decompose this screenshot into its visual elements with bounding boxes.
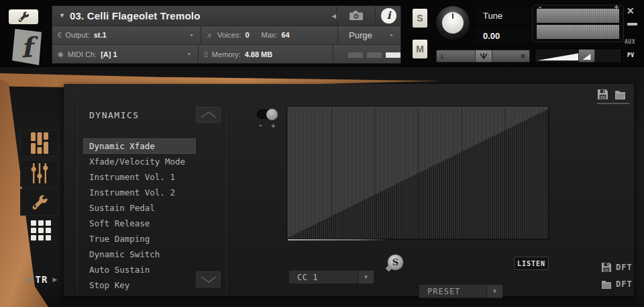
parameter-on-toggle[interactable] <box>257 109 277 119</box>
menu-item[interactable]: Stop Key <box>83 277 196 293</box>
pan-center-icon <box>479 52 488 60</box>
pan-right-label: R <box>521 53 526 60</box>
volume-plus[interactable]: + <box>614 2 619 12</box>
pan-handle[interactable] <box>475 50 492 62</box>
display-baseline-highlight <box>288 239 388 240</box>
cc-source-dropdown[interactable]: CC 1 ▼ <box>288 270 374 284</box>
aux-button[interactable]: AUX <box>625 39 635 45</box>
menu-item[interactable]: Soft Release <box>83 216 196 231</box>
dft-save-row[interactable]: DFT <box>601 262 633 273</box>
mute-button[interactable]: M <box>412 39 428 59</box>
max-value[interactable]: 64 <box>281 31 289 39</box>
info-button[interactable]: i <box>375 6 401 26</box>
midi-value: [A] 1 <box>101 50 117 58</box>
voices-value: 0 <box>245 31 249 39</box>
title-bar[interactable]: ▼ 03. Celli Flageolet Tremolo ◀ ▶ i <box>52 6 400 26</box>
midi-channel-select[interactable]: ◉ MIDI Ch: [A] 1 ▼ <box>52 45 198 63</box>
collapse-caret-icon[interactable]: ▼ <box>59 12 65 19</box>
solo-button[interactable]: S <box>412 8 428 28</box>
page-next-icon[interactable]: ▶ <box>52 276 57 283</box>
purge-status <box>333 45 400 63</box>
instrument-header: ▼ 03. Celli Flageolet Tremolo ◀ ▶ i € <box>52 5 401 64</box>
logo-letter: f <box>20 31 34 63</box>
folder-icon[interactable] <box>614 89 626 100</box>
pv-button[interactable]: PV <box>627 52 635 58</box>
xfade-curve-canvas[interactable] <box>288 107 548 238</box>
output-icon: € <box>58 32 62 39</box>
memory-label: Memory: <box>212 50 241 58</box>
dft-load-row[interactable]: DFT <box>601 279 633 290</box>
purge-indicator <box>348 52 363 58</box>
info-icon: i <box>381 8 396 24</box>
level-meters <box>532 5 624 42</box>
toggle-knob <box>266 109 278 120</box>
save-icon[interactable] <box>597 89 608 100</box>
tab-matrix-active[interactable] <box>31 220 52 242</box>
voices-label: Voices: <box>217 31 241 39</box>
close-icon[interactable]: ✕ <box>627 5 635 16</box>
save-icon <box>601 262 612 273</box>
pan-slider[interactable]: L R <box>436 50 530 62</box>
chevron-up-icon <box>200 111 217 119</box>
cc-source-value: CC 1 <box>289 273 318 282</box>
menu-item[interactable]: Auto Sustain <box>83 262 196 277</box>
menu-item[interactable]: Xfade/Velocity Mode <box>83 154 196 169</box>
volume-handle[interactable] <box>578 49 595 62</box>
folder-icon <box>601 279 612 290</box>
menu-item[interactable]: Sustain Pedal <box>83 200 196 216</box>
dft-save-label: DFT <box>616 263 633 272</box>
purge-label: Purge <box>349 30 372 40</box>
scroll-up-button[interactable] <box>196 107 221 123</box>
tune-knob[interactable] <box>436 6 470 40</box>
voices-readout: ♬ Voices: 0 Max: 64 <box>201 26 337 45</box>
keys-icon <box>30 132 49 154</box>
chevron-down-icon[interactable]: ▼ <box>358 271 374 283</box>
scroll-down-button[interactable] <box>196 271 221 288</box>
kontakt-instrument-window: f ▼ 03. Celli Flageolet Tremolo ◀ ▶ i <box>0 0 644 307</box>
faders-icon <box>30 163 49 183</box>
chevron-down-icon: ▼ <box>189 33 194 38</box>
tune-value[interactable]: 0.00 <box>475 28 530 44</box>
wrench-tool-icon <box>30 194 50 210</box>
meter-right <box>537 25 619 39</box>
page-prev-icon[interactable]: ◀ <box>26 276 31 283</box>
minimize-icon[interactable] <box>627 23 637 26</box>
midi-icon: ◉ <box>58 50 64 58</box>
snapshot-button[interactable] <box>336 6 375 26</box>
max-label: Max: <box>262 31 278 39</box>
instrument-title: 03. Celli Flageolet Tremolo <box>70 10 201 21</box>
listen-button[interactable]: LISTEN <box>514 257 549 270</box>
xfade-curve-display[interactable] <box>287 107 549 239</box>
output-select[interactable]: € Output: st.1 ▼ <box>52 26 201 45</box>
tab-mixer[interactable] <box>20 160 58 187</box>
menu-item[interactable]: Instrument Vol. 1 <box>83 169 196 185</box>
tune-knob-cap <box>442 12 464 34</box>
table-file-actions <box>597 89 632 104</box>
menu-item[interactable]: Dynamic Switch <box>83 247 196 262</box>
purge-indicator-active <box>386 52 400 58</box>
menu-item[interactable]: Instrument Vol. 2 <box>83 185 196 200</box>
menu-item[interactable]: True Damping <box>83 231 196 247</box>
purge-menu[interactable]: Purge ▼ <box>337 26 400 45</box>
pan-left-label: L <box>441 53 445 60</box>
window-controls: ✕ AUX PV <box>624 4 644 66</box>
page-selector[interactable]: ◀ TR ▶ <box>24 273 59 286</box>
edit-wrench-button[interactable] <box>8 9 39 25</box>
section-title: DYNAMICS <box>89 110 140 120</box>
tab-settings[interactable] <box>20 189 58 216</box>
volume-minus[interactable]: - <box>539 2 541 12</box>
volume-slider[interactable] <box>535 48 622 63</box>
solo-badge-icon[interactable]: S <box>387 254 404 271</box>
menu-display-divider <box>226 101 227 294</box>
value-plus-button[interactable]: + <box>271 121 276 130</box>
menu-item[interactable]: Dynamic Xfade <box>83 138 196 154</box>
dynamics-menu: Dynamic XfadeXfade/Velocity ModeInstrume… <box>83 138 196 293</box>
tab-keyboard[interactable] <box>20 130 58 157</box>
chevron-down-icon[interactable]: ▼ <box>486 285 502 298</box>
grid-icon <box>31 220 36 226</box>
dft-load-label: DFT <box>616 279 633 289</box>
preset-dropdown[interactable]: PRESET ▼ <box>419 284 503 298</box>
output-label: Output: <box>66 31 90 39</box>
volume-wedge-icon <box>583 54 591 60</box>
value-minus-button[interactable]: - <box>258 121 263 130</box>
